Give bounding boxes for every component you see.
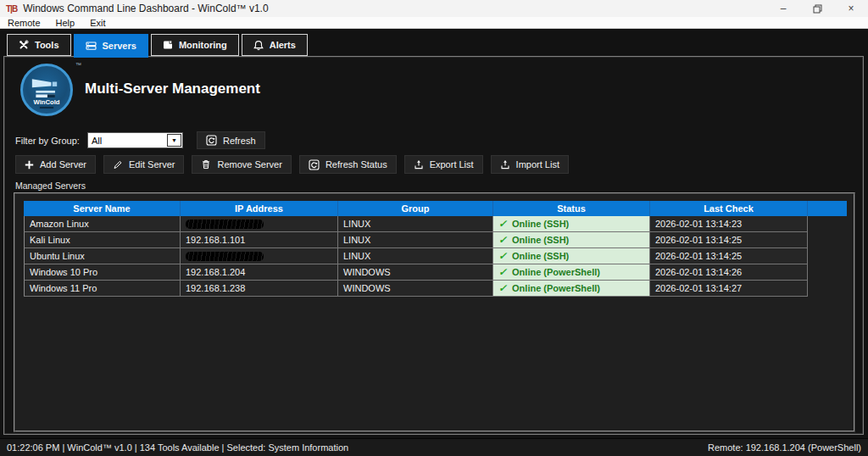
menu-remote[interactable]: Remote	[0, 17, 48, 29]
tab-monitoring[interactable]: Monitoring	[151, 34, 239, 56]
cell-group: LINUX	[338, 232, 493, 248]
add-server-button[interactable]: Add Server	[15, 155, 96, 174]
redacted-ip	[186, 252, 264, 261]
cell-server-name: Ubuntu Linux	[24, 248, 181, 264]
close-button[interactable]: ×	[834, 0, 868, 17]
refresh-button[interactable]: Refresh	[197, 131, 265, 149]
status-left: 01:22:06 PM | WinCold™ v1.0 | 134 Tools …	[7, 442, 348, 453]
cell-group: WINDOWS	[338, 281, 493, 297]
cell-last-check: 2026-02-01 13:14:27	[650, 281, 808, 297]
cell-server-name: Kali Linux	[24, 232, 181, 248]
tab-label: Monitoring	[179, 40, 227, 50]
app-area: Tools Servers Monitoring Alerts	[0, 30, 868, 438]
servers-icon	[86, 41, 97, 51]
alerts-icon	[253, 40, 264, 51]
cell-ip-address: 192.168.1.238	[181, 281, 338, 297]
window-title: Windows Command Line Dashboard - WinCold…	[23, 3, 268, 14]
cell-last-check: 2026-02-01 13:14:25	[650, 248, 808, 264]
button-label: Edit Server	[129, 159, 175, 170]
page-title: Multi-Server Management	[85, 81, 260, 97]
table-row[interactable]: Ubuntu Linux LINUX ✓ Online (SSH) 2026-0…	[24, 248, 847, 264]
server-toolbar: Add Server Edit Server Remove Server Ref…	[15, 155, 569, 174]
menu-exit[interactable]: Exit	[82, 17, 113, 29]
menu-help[interactable]: Help	[48, 17, 83, 29]
tab-strip: Tools Servers Monitoring Alerts	[7, 34, 308, 58]
table-row[interactable]: Windows 11 Pro 192.168.1.238 WINDOWS ✓ O…	[24, 281, 847, 297]
button-label: Remove Server	[217, 159, 281, 170]
import-list-button[interactable]: Import List	[491, 155, 569, 174]
cell-group: LINUX	[338, 248, 493, 264]
export-icon	[414, 159, 424, 170]
status-text: Online (SSH)	[512, 219, 569, 229]
button-label: Refresh Status	[326, 159, 387, 170]
status-text: Online (PowerShell)	[512, 267, 600, 277]
col-server-name[interactable]: Server Name	[24, 201, 181, 216]
table-header: Server Name IP Address Group Status Last…	[24, 201, 847, 216]
cell-status: ✓ Online (SSH)	[493, 216, 650, 232]
table-row[interactable]: Kali Linux 192.168.1.101 LINUX ✓ Online …	[24, 232, 847, 248]
tab-tools[interactable]: Tools	[7, 34, 71, 56]
check-icon: ✓	[498, 234, 507, 246]
status-text: Online (SSH)	[512, 235, 569, 245]
col-status[interactable]: Status	[493, 201, 650, 216]
redacted-ip	[186, 220, 264, 229]
managed-servers-groupbox: Server Name IP Address Group Status Last…	[14, 192, 855, 432]
cell-server-name: Amazon Linux	[24, 216, 181, 232]
logo-arrow-icon	[32, 79, 52, 87]
cell-filler	[808, 281, 847, 297]
refresh-status-button[interactable]: Refresh Status	[299, 155, 397, 174]
pencil-icon	[113, 159, 123, 170]
table-row[interactable]: Windows 10 Pro 192.168.1.204 WINDOWS ✓ O…	[24, 264, 847, 281]
filter-group-label: Filter by Group:	[15, 133, 80, 149]
cell-last-check: 2026-02-01 13:14:23	[650, 216, 808, 232]
trademark-symbol: ™	[75, 62, 81, 68]
table-row[interactable]: Amazon Linux LINUX ✓ Online (SSH) 2026-0…	[24, 216, 847, 232]
cell-server-name: Windows 11 Pro	[24, 281, 181, 297]
cell-group: WINDOWS	[338, 264, 493, 281]
status-text: Online (SSH)	[512, 251, 569, 261]
col-ip-address[interactable]: IP Address	[181, 201, 338, 216]
tab-label: Tools	[35, 40, 59, 50]
chevron-down-icon[interactable]: ▼	[167, 134, 181, 147]
check-icon: ✓	[498, 250, 507, 262]
trash-icon	[201, 159, 211, 170]
cell-status: ✓ Online (PowerShell)	[493, 264, 650, 281]
check-icon: ✓	[498, 282, 507, 294]
minimize-button[interactable]: –	[766, 0, 800, 17]
col-last-check[interactable]: Last Check	[650, 201, 808, 216]
restore-button[interactable]	[800, 0, 834, 17]
button-label: Import List	[516, 159, 559, 170]
cell-ip-address	[181, 248, 338, 264]
button-label: Export List	[430, 159, 474, 170]
cell-filler	[808, 248, 847, 264]
cell-server-name: Windows 10 Pro	[24, 264, 181, 281]
cell-status: ✓ Online (SSH)	[493, 248, 650, 264]
cell-ip-address	[181, 216, 338, 232]
refresh-icon	[206, 135, 217, 146]
export-list-button[interactable]: Export List	[404, 155, 483, 174]
monitoring-icon	[163, 40, 173, 50]
cell-filler	[808, 232, 847, 248]
svg-text:WinCold: WinCold	[34, 98, 60, 106]
managed-servers-label: Managed Servers	[15, 181, 86, 191]
status-text: Online (PowerShell)	[512, 283, 600, 293]
import-icon	[500, 159, 510, 170]
tab-servers[interactable]: Servers	[74, 34, 148, 58]
wincold-logo: WinCold	[20, 64, 73, 116]
remove-server-button[interactable]: Remove Server	[192, 155, 291, 174]
plus-icon	[25, 160, 34, 170]
restore-icon	[813, 4, 822, 14]
group-filter-dropdown[interactable]: All ▼	[87, 132, 183, 148]
app-window: T|B Windows Command Line Dashboard - Win…	[0, 0, 868, 456]
group-filter-value: All	[88, 136, 167, 146]
tab-label: Alerts	[270, 40, 296, 50]
tab-alerts[interactable]: Alerts	[242, 34, 308, 56]
button-label: Add Server	[40, 159, 86, 170]
col-group[interactable]: Group	[338, 201, 493, 216]
title-bar: T|B Windows Command Line Dashboard - Win…	[0, 0, 868, 17]
cell-group: LINUX	[338, 216, 493, 232]
check-icon: ✓	[498, 266, 507, 278]
servers-page: WinCold ™ Multi-Server Management Filter…	[3, 56, 864, 435]
cell-status: ✓ Online (SSH)	[493, 232, 650, 248]
edit-server-button[interactable]: Edit Server	[103, 155, 184, 174]
